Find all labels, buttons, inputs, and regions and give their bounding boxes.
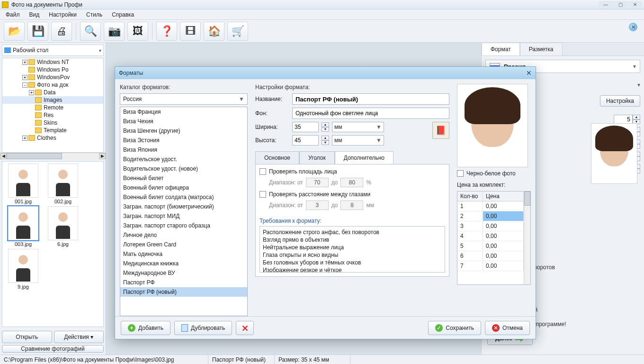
subtab-corner[interactable]: Уголок [299,151,335,164]
tree-item[interactable]: Template [2,127,103,134]
bg-input[interactable] [292,108,449,119]
swap-photo-icon[interactable]: 🖼 [127,22,148,41]
tab-layout[interactable]: Разметка [520,43,563,55]
open-folder-icon[interactable]: 📂 [4,22,25,41]
scroll-thumb[interactable] [7,153,62,159]
chevron-up-icon[interactable]: ▲ [322,136,329,140]
tree-item[interactable]: -Фото на док [2,81,103,89]
format-item[interactable]: Медицинская книжка [120,259,247,268]
tree-item[interactable]: +Windows NT [2,58,103,66]
compare-button[interactable]: Сравнение фотографий [2,345,104,353]
width-stepper[interactable]: ▲▼ [322,122,329,132]
close-preview-icon[interactable]: ✕ [629,23,637,31]
format-item[interactable]: Виза Франция [120,107,247,117]
maximize-button[interactable]: ▢ [613,1,627,9]
format-item[interactable]: Загран. паспорт МИД [120,211,247,221]
dialog-close-icon[interactable]: ✕ [526,69,532,77]
tree-scrollbar[interactable]: ◀ ▶ [0,153,106,159]
stepper[interactable]: ▲▼ [633,115,640,124]
expand-icon[interactable]: + [29,90,34,95]
add-button[interactable]: +Добавить [121,321,170,335]
format-item[interactable]: Военный билет солдата (матроса) [120,192,247,202]
menu-file[interactable]: Файл [2,10,24,19]
menu-settings[interactable]: Настройки [45,10,80,19]
chevron-up-icon[interactable]: ▲ [322,122,329,127]
catalog-country-select[interactable]: Россия ▼ [120,93,248,105]
dialog-titlebar[interactable]: Форматы ✕ [115,67,536,79]
tree-item[interactable]: Res [2,111,103,119]
tree-item[interactable]: Images [2,96,103,104]
camera-icon[interactable]: 📷 [104,22,125,41]
format-item[interactable]: Загран. паспорт (биометрический) [120,202,247,211]
width-unit-select[interactable]: мм▼ [332,122,384,132]
gear-icon[interactable]: 🎞 [180,22,201,41]
help-icon[interactable]: ❓ [156,22,177,41]
format-item[interactable]: Личное дело [120,230,247,240]
price-row[interactable]: 50,00 [457,241,524,251]
format-item[interactable]: Виза Япония [120,145,247,155]
format-item[interactable]: Виза Шенген (другие) [120,126,247,136]
price-row[interactable]: 30,00 [457,221,524,231]
price-row[interactable]: 70,00 [457,261,524,271]
search-photo-icon[interactable]: 🔍 [80,22,101,41]
format-item[interactable]: Водительское удост. [120,155,247,164]
thumbnail[interactable]: 6.jpg [44,206,82,247]
format-item[interactable]: Лотерея Green Card [120,240,247,249]
check-bw[interactable] [457,170,464,177]
price-row[interactable]: 60,00 [457,251,524,261]
expand-icon[interactable]: + [22,75,27,80]
tree-item[interactable]: Windows Po [2,66,103,73]
thumbnail[interactable]: 002.jpg [44,164,82,204]
format-item[interactable]: Паспорт РФ (новый) [120,287,247,297]
tree-item[interactable]: Remote [2,104,103,111]
format-item[interactable]: Военный билет офицера [120,183,247,192]
save-icon[interactable]: 💾 [27,22,48,41]
format-item[interactable]: Мать одиночка [120,249,247,259]
minimize-button[interactable]: — [599,1,613,9]
actions-button[interactable]: Действия ▾ [54,331,104,343]
scroll-left-icon[interactable]: ◀ [0,153,7,159]
price-row[interactable]: 40,00 [457,231,524,241]
delete-button[interactable]: ✕ [236,321,254,335]
menu-help[interactable]: Справка [108,10,138,19]
chevron-down-icon[interactable]: ▼ [322,127,329,132]
lock-ratio-button[interactable]: 📕 [432,122,449,139]
subtab-main[interactable]: Основное [255,151,299,164]
format-item[interactable]: Военный билет [120,173,247,183]
scroll-right-icon[interactable]: ▶ [99,153,106,159]
format-item[interactable]: Водительское удост. (новое) [120,164,247,173]
location-select[interactable]: Рабочий стол ▾ [2,45,104,56]
thumbnail[interactable]: 9.jpg [4,249,42,290]
print-icon[interactable]: 🖨 [51,22,72,41]
format-item[interactable]: Паспорт РФ [120,278,247,287]
format-item[interactable]: Виза Эстония [120,136,247,145]
tree-item[interactable]: +Data [2,89,103,96]
scroll-thumb[interactable] [524,191,530,206]
thumbnail[interactable]: 003.jpg [4,206,42,247]
chevron-up-icon[interactable]: ▲ [633,115,640,119]
format-item[interactable]: Загран. паспорт старого образца [120,221,247,230]
tree-item[interactable]: +Clothes [2,134,103,142]
settings-button[interactable]: Настройка [600,95,640,107]
name-input[interactable] [292,93,449,105]
price-scrollbar[interactable] [524,191,530,284]
format-item[interactable]: Виза Чехия [120,117,247,126]
height-stepper[interactable]: ▲▼ [322,136,329,145]
menu-view[interactable]: Вид [26,10,44,19]
expand-icon[interactable]: + [22,136,27,141]
expand-icon[interactable]: + [22,60,27,65]
format-item[interactable]: Международное ВУ [120,268,247,278]
close-button[interactable]: ✕ [628,1,642,9]
cart-icon[interactable]: 🛒 [227,22,248,41]
height-input[interactable] [292,135,319,146]
price-row[interactable]: 20,00 [457,211,524,221]
subtab-additional[interactable]: Дополнительно [335,151,394,164]
tab-format[interactable]: Формат [482,43,520,55]
check-eye-distance[interactable] [259,191,266,198]
scroll-track[interactable] [7,153,99,159]
cancel-button[interactable]: ✕Отмена [485,321,530,335]
open-button[interactable]: Открыть [2,331,52,343]
folder-tree[interactable]: +Windows NTWindows Po+WindowsPov-Фото на… [2,58,104,153]
tree-item[interactable]: +WindowsPov [2,73,103,81]
tree-item[interactable]: Skins [2,119,103,127]
